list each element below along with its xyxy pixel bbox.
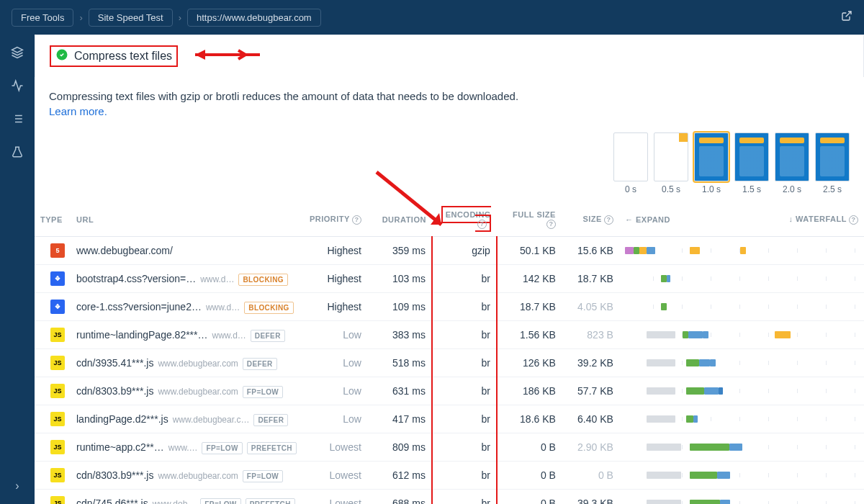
table-row[interactable]: JSlandingPage.d2***.jswww.debugbear.c…DE… [35,405,864,433]
help-icon[interactable]: ? [477,220,487,229]
encoding-value: br [432,320,497,348]
full-size-value: 1.56 KB [497,320,562,348]
full-size-value: 0 B [497,489,562,504]
size-value: 39.2 KB [577,357,613,369]
filmstrip-frame[interactable] [694,132,729,181]
help-icon[interactable]: ? [604,215,613,225]
request-host: www.debugbear.com [158,387,238,397]
waterfall-bar[interactable] [625,274,855,284]
table-row[interactable]: ❖bootstrap4.css?version=…www.d…BLOCKINGH… [35,264,864,292]
help-icon[interactable]: ? [849,215,858,225]
html-icon: 5 [50,243,65,258]
js-icon: JS [50,384,65,398]
full-size-value: 0 B [497,461,562,489]
learn-more-link[interactable]: Learn more. [49,105,107,117]
banner-description: Compressing text files with gzip or brot… [49,89,850,105]
banner-title: Compress text files [74,50,172,63]
js-icon: JS [50,356,65,370]
request-url: cdn/8303.b9***.js [76,385,153,397]
table-row[interactable]: JSruntime~app.c2**…www.…FP=LOWPREFETCHLo… [35,433,864,461]
duration-value: 359 ms [367,236,432,264]
col-waterfall[interactable]: ↓ WATERFALL? [677,203,864,237]
svg-line-0 [846,12,851,17]
full-size-value: 50.1 KB [497,236,562,264]
waterfall-bar[interactable] [625,302,855,312]
filmstrip-frame[interactable] [613,132,648,181]
table-row[interactable]: JScdn/8303.b9***.jswww.debugbear.comFP=L… [35,377,864,405]
chevron-right-icon: › [79,12,82,23]
breadcrumb-url[interactable]: https://www.debugbear.com [187,9,321,27]
waterfall-bar[interactable] [625,498,855,505]
col-type[interactable]: TYPE [35,203,71,237]
waterfall-bar[interactable] [625,330,855,340]
waterfall-bar[interactable] [625,246,855,256]
duration-value: 103 ms [367,264,432,292]
flask-icon[interactable] [11,145,24,161]
priority-value: Low [343,357,361,369]
encoding-value: br [432,433,497,461]
filmstrip-frame[interactable] [654,132,688,181]
full-size-value: 0 B [497,433,562,461]
tag-defer: DEFER [243,358,277,370]
table-row[interactable]: 5www.debugbear.com/Highest359 msgzip50.1… [35,236,864,264]
table-row[interactable]: JScdn/3935.41***.jswww.debugbear.comDEFE… [35,348,864,377]
tag-fp=low: FP=LOW [243,386,283,398]
size-value: 39.3 KB [577,498,613,505]
table-row[interactable]: ❖core-1.css?version=june2…www.d…BLOCKING… [35,292,864,320]
filmstrip-label: 1.0 s [694,184,729,194]
topbar: Free Tools › Site Speed Test › https://w… [0,0,864,35]
waterfall-bar[interactable] [625,386,855,396]
tag-fp=low: FP=LOW [200,498,240,505]
request-url: landingPage.d2***.js [76,413,168,425]
col-url[interactable]: URL [71,203,302,237]
duration-value: 809 ms [367,433,432,461]
filmstrip-frame[interactable] [734,132,769,181]
priority-value: Lowest [330,498,361,505]
encoding-value: br [432,489,497,504]
col-priority[interactable]: PRIORITY? [302,203,367,237]
table-row[interactable]: JSruntime~landingPage.82***…www.d…DEFERL… [35,320,864,348]
filmstrip-frame[interactable] [775,132,809,181]
tag-blocking: BLOCKING [238,274,288,286]
request-host: www.deb… [153,499,197,505]
chevron-right-icon[interactable]: › [15,480,19,492]
duration-value: 688 ms [367,489,432,504]
filmstrip-frame[interactable] [815,132,850,181]
js-icon: JS [50,468,65,482]
help-icon[interactable]: ? [352,215,361,225]
col-size[interactable]: SIZE? [562,203,619,237]
js-icon: JS [50,328,65,342]
col-full-size[interactable]: FULL SIZE? [497,203,562,237]
breadcrumb-site-speed-test[interactable]: Site Speed Test [89,9,173,27]
waterfall-bar[interactable] [625,358,855,368]
encoding-value: br [432,292,497,320]
list-icon[interactable] [11,112,24,128]
tag-fp=low: FP=LOW [243,470,283,482]
waterfall-bar[interactable] [625,470,855,480]
col-expand[interactable]: ← EXPAND [619,203,677,237]
external-link-icon[interactable] [841,10,852,24]
annotation-arrow-icon [195,49,260,63]
request-url: cdn/745.d6***.js [76,498,148,505]
priority-value: Low [343,385,361,397]
main-panel: Compress text files Compressing text fil… [35,35,864,504]
waterfall-bar[interactable] [625,442,855,452]
filmstrip-label: 1.5 s [734,184,769,194]
waterfall-bar[interactable] [625,414,855,424]
encoding-value: br [432,405,497,433]
css-icon: ❖ [50,271,65,286]
breadcrumb-free-tools[interactable]: Free Tools [12,9,73,27]
js-icon: JS [50,496,65,505]
tag-prefetch: PREFETCH [246,498,295,505]
table-row[interactable]: JScdn/8303.b9***.jswww.debugbear.comFP=L… [35,461,864,489]
chevron-right-icon: › [179,12,181,23]
help-icon[interactable]: ? [546,220,556,229]
svg-line-10 [377,172,441,225]
duration-value: 383 ms [367,320,432,348]
js-icon: JS [50,440,65,454]
layers-icon[interactable] [11,46,24,62]
table-row[interactable]: JScdn/745.d6***.jswww.deb…FP=LOWPREFETCH… [35,489,864,504]
duration-value: 518 ms [367,348,432,377]
activity-icon[interactable] [11,79,24,95]
request-url: bootstrap4.css?version=… [76,273,196,284]
